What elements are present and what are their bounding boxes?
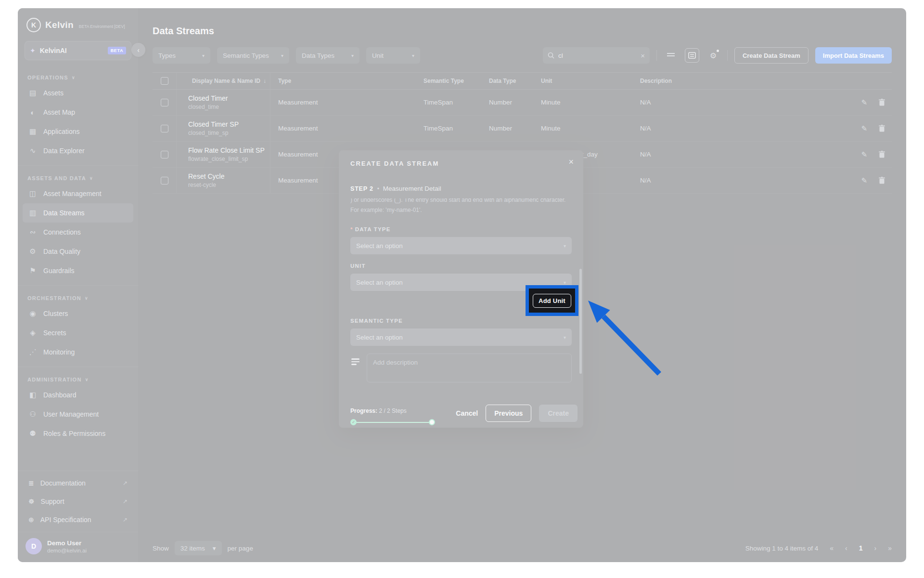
sidebar-item-data-explorer[interactable]: ∿ Data Explorer	[23, 141, 133, 160]
link-api-specification[interactable]: ⊕ API Specification ↗	[23, 511, 133, 529]
sidebar-item-clusters[interactable]: ◉ Clusters	[23, 304, 133, 323]
clear-search-icon[interactable]: ×	[641, 52, 645, 60]
select-all-checkbox[interactable]	[161, 77, 168, 85]
first-page-icon[interactable]: «	[830, 544, 834, 552]
sidebar-item-label: Data Quality	[43, 248, 80, 255]
page-size-select[interactable]: 32 items ▾	[175, 541, 222, 555]
link-documentation[interactable]: ≣ Documentation ↗	[23, 474, 133, 492]
column-header-description: Description	[632, 78, 842, 84]
search-input[interactable]	[558, 52, 637, 59]
filter-types[interactable]: Types ▾	[153, 47, 210, 64]
edit-icon[interactable]: ✎	[861, 124, 867, 133]
sidebar-item-guardrails[interactable]: ⚑ Guardrails	[23, 261, 133, 280]
edit-icon[interactable]: ✎	[861, 98, 867, 107]
unit-cell: Minute	[533, 99, 632, 106]
import-data-streams-button[interactable]: Import Data Streams	[815, 47, 892, 64]
edit-icon[interactable]: ✎	[861, 176, 867, 185]
filter-unit[interactable]: Unit ▾	[366, 47, 420, 64]
description-icon	[351, 358, 359, 365]
cancel-button[interactable]: Cancel	[456, 409, 478, 417]
sidebar-item-data-streams[interactable]: ▥ Data Streams	[23, 203, 133, 223]
sidebar-item-roles-permissions[interactable]: ⚉ Roles & Permissions	[23, 424, 133, 443]
close-icon[interactable]: ×	[568, 157, 574, 167]
progress-line	[353, 422, 432, 423]
section-label: ORCHESTRATION	[27, 295, 81, 301]
last-page-icon[interactable]: »	[888, 544, 892, 552]
support-icon: ☸	[28, 498, 35, 505]
list-view-button[interactable]	[664, 48, 678, 63]
sidebar-item-asset-management[interactable]: ◫ Asset Management	[23, 184, 133, 203]
user-email: demo@kelvin.ai	[47, 548, 87, 553]
modal-scrollbar[interactable]	[579, 269, 582, 374]
table-footer: Show 32 items ▾ per page Showing 1 to 4 …	[153, 541, 892, 555]
section-title-assets-and-data[interactable]: ASSETS AND DATA ∨	[18, 171, 138, 184]
delete-icon[interactable]	[879, 177, 885, 184]
table-row: Closed Timer SP closed_time_sp Measureme…	[153, 116, 892, 142]
sidebar-item-applications[interactable]: ▦ Applications	[23, 122, 133, 141]
delete-icon[interactable]	[879, 99, 885, 106]
filter-semantic-types[interactable]: Semantic Types ▾	[217, 47, 289, 64]
row-checkbox[interactable]	[161, 125, 168, 132]
description-input[interactable]	[367, 354, 572, 382]
sidebar-item-dashboard[interactable]: ◧ Dashboard	[23, 385, 133, 405]
previous-page-icon[interactable]: ‹	[845, 544, 847, 552]
asset-map-icon: ◐	[28, 108, 37, 117]
step-current-icon	[429, 419, 435, 425]
column-header-semantic-type: Semantic Type	[416, 78, 481, 84]
chevron-down-icon: ▾	[351, 53, 354, 58]
filter-data-types[interactable]: Data Types ▾	[296, 47, 359, 64]
delete-icon[interactable]	[879, 125, 885, 132]
table-settings-button[interactable]: ⚙	[706, 48, 720, 63]
sidebar-item-assets[interactable]: ▤ Assets	[23, 83, 133, 103]
sidebar-item-data-quality[interactable]: ⚙ Data Quality	[23, 242, 133, 261]
user-name: Demo User	[47, 539, 87, 547]
edit-icon[interactable]: ✎	[861, 150, 867, 159]
sidebar-footer-links: ≣ Documentation ↗ ☸ Support ↗ ⊕ API Spec…	[18, 471, 138, 532]
name-cell[interactable]: Reset Cycle reset-cycle	[177, 168, 270, 193]
sidebar-item-label: User Management	[43, 410, 99, 418]
per-page-label: per page	[228, 545, 253, 552]
screen: K Kelvin BETA Environment [DEV] ✦ Kelvin…	[0, 0, 924, 578]
section-operations: OPERATIONS ∨ ▤ Assets ◐ Asset Map ▦ Appl…	[18, 67, 138, 160]
kelvin-ai-button[interactable]: ✦ KelvinAI BETA	[25, 41, 131, 60]
section-title-orchestration[interactable]: ORCHESTRATION ∨	[18, 291, 138, 304]
row-checkbox[interactable]	[161, 151, 168, 158]
sidebar-item-label: Asset Map	[43, 108, 75, 116]
required-asterisk: *	[350, 226, 353, 232]
user-menu[interactable]: D Demo User demo@kelvin.ai	[18, 532, 138, 562]
section-title-administration[interactable]: ADMINISTRATION ∨	[18, 373, 138, 385]
sidebar-collapse-button[interactable]: ‹	[131, 43, 145, 57]
filter-toolbar: Types ▾ Semantic Types ▾ Data Types ▾ Un…	[153, 47, 892, 64]
section-assets-and-data: ASSETS AND DATA ∨ ◫ Asset Management ▥ D…	[18, 165, 138, 280]
next-page-icon[interactable]: ›	[874, 544, 877, 552]
sidebar-item-monitoring[interactable]: ⋰ Monitoring	[23, 342, 133, 362]
name-cell[interactable]: Closed Timer SP closed_time_sp	[177, 116, 270, 141]
sidebar-item-asset-map[interactable]: ◐ Asset Map	[23, 103, 133, 122]
assets-icon: ▤	[28, 89, 37, 97]
kelvin-ai-label: KelvinAI	[40, 47, 67, 54]
sidebar-item-secrets[interactable]: ◈ Secrets	[23, 323, 133, 342]
environment-label: BETA Environment [DEV]	[79, 24, 125, 29]
helper-line-example: For example: 'my-name-01'.	[350, 207, 574, 213]
link-support[interactable]: ☸ Support ↗	[23, 492, 133, 511]
divider	[656, 50, 657, 61]
create-button[interactable]: Create	[539, 405, 578, 422]
sidebar-item-user-management[interactable]: ⚇ User Management	[23, 405, 133, 424]
table-view-button[interactable]	[685, 48, 699, 63]
external-link-icon: ↗	[123, 516, 128, 523]
section-title-operations[interactable]: OPERATIONS ∨	[18, 71, 138, 83]
delete-icon[interactable]	[879, 151, 885, 158]
semantic-type-select[interactable]: Select an option ▾	[350, 328, 572, 346]
add-unit-button[interactable]: Add Unit	[533, 294, 571, 308]
name-cell[interactable]: Closed Timer closed_time	[177, 90, 270, 115]
row-checkbox[interactable]	[161, 177, 168, 184]
row-checkbox[interactable]	[161, 99, 168, 106]
data-type-select[interactable]: Select an option ▾	[350, 237, 572, 254]
create-data-stream-button[interactable]: Create Data Stream	[734, 47, 808, 64]
name-cell[interactable]: Flow Rate Close Limit SP flowrate_close_…	[177, 142, 270, 167]
current-page[interactable]: 1	[859, 544, 863, 552]
column-header-name[interactable]: Display Name & Name ID ↓	[177, 73, 270, 89]
sidebar-item-connections[interactable]: ∾ Connections	[23, 223, 133, 242]
previous-button[interactable]: Previous	[486, 405, 531, 422]
column-label: Display Name & Name ID	[192, 78, 260, 84]
